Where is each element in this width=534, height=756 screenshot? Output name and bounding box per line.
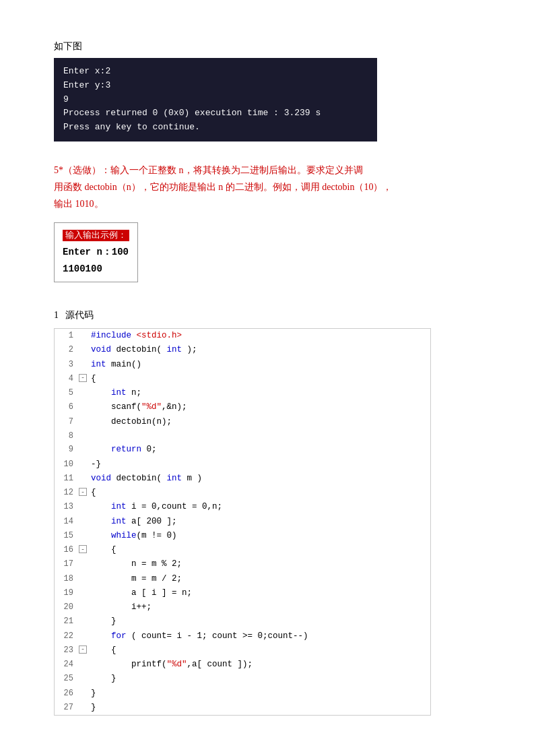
- table-row: 20 i++;: [55, 600, 430, 615]
- terminal-block: Enter x:2 Enter y:3 9 Process returned 0…: [54, 58, 377, 141]
- table-row: 25 }: [55, 672, 430, 686]
- io-line1: Enter n：100: [63, 244, 129, 261]
- io-line2: 1100100: [63, 261, 129, 278]
- section-label: 如下图: [54, 40, 480, 53]
- table-row: 11 void dectobin( int m ): [55, 472, 430, 486]
- table-row: 8: [55, 429, 430, 443]
- terminal-line-3: 9: [63, 93, 368, 107]
- table-row: 9 return 0;: [55, 443, 430, 457]
- table-row: 4 - {: [55, 372, 430, 386]
- source-number: 1: [54, 310, 59, 320]
- table-row: 3 int main(): [55, 358, 430, 372]
- problem-line2: 用函数 dectobin（n），它的功能是输出 n 的二进制。例如，调用 dec…: [54, 182, 392, 192]
- table-row: 13 int i = 0,count = 0,n;: [55, 500, 430, 514]
- table-row: 24 printf("%d",a[ count ]);: [55, 658, 430, 672]
- table-row: 14 int a[ 200 ];: [55, 515, 430, 529]
- terminal-line-4: Process returned 0 (0x0) execution time …: [63, 106, 368, 121]
- table-row: 5 int n;: [55, 386, 430, 400]
- code-block: 1 #include <stdio.h> 2 void dectobin( in…: [54, 328, 431, 716]
- source-heading: 1 源代码: [54, 309, 480, 321]
- table-row: 12 - {: [55, 486, 430, 500]
- table-row: 23 - {: [55, 643, 430, 658]
- io-example-block: 输入输出示例： Enter n：100 1100100: [54, 222, 138, 283]
- io-label: 输入输出示例：: [63, 227, 129, 244]
- table-row: 27 }: [55, 701, 430, 715]
- fold-icon-4[interactable]: -: [79, 374, 87, 382]
- problem-line1: 5*（选做）：输入一个正整数 n，将其转换为二进制后输出。要求定义并调: [54, 165, 363, 175]
- table-row: 18 m = m / 2;: [55, 572, 430, 586]
- table-row: 15 while(m != 0): [55, 529, 430, 543]
- fold-icon-12[interactable]: -: [79, 488, 87, 496]
- table-row: 16 - {: [55, 543, 430, 557]
- table-row: 22 for ( count= i - 1; count >= 0;count-…: [55, 629, 430, 643]
- table-row: 21 }: [55, 615, 430, 629]
- table-row: 1 #include <stdio.h>: [55, 329, 430, 343]
- table-row: 2 void dectobin( int );: [55, 343, 430, 357]
- terminal-line-1: Enter x:2: [63, 65, 368, 79]
- table-row: 19 a [ i ] = n;: [55, 586, 430, 600]
- problem-statement: 5*（选做）：输入一个正整数 n，将其转换为二进制后输出。要求定义并调 用函数 …: [54, 162, 480, 303]
- table-row: 10 -}: [55, 458, 430, 472]
- terminal-line-2: Enter y:3: [63, 79, 368, 93]
- fold-icon-16[interactable]: -: [79, 545, 87, 553]
- problem-text: 5*（选做）：输入一个正整数 n，将其转换为二进制后输出。要求定义并调 用函数 …: [54, 162, 480, 213]
- fold-icon-23[interactable]: -: [79, 645, 87, 654]
- table-row: 6 scanf("%d",&n);: [55, 400, 430, 414]
- table-row: 7 dectobin(n);: [55, 415, 430, 429]
- table-row: 17 n = m % 2;: [55, 557, 430, 571]
- source-label: 源代码: [65, 310, 94, 320]
- terminal-line-5: Press any key to continue.: [63, 121, 368, 135]
- table-row: 26 }: [55, 687, 430, 701]
- problem-line3: 输出 1010。: [54, 199, 104, 209]
